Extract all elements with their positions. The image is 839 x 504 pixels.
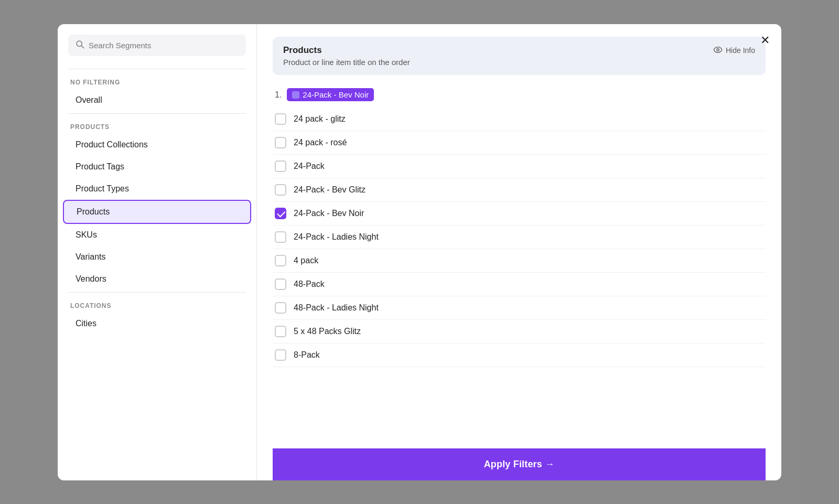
checklist-item-label: 48-Pack [294, 280, 325, 289]
eye-icon [713, 45, 723, 56]
svg-point-0 [77, 41, 82, 46]
selected-tags-row: 1. 24-Pack - Bev Noir [273, 85, 766, 104]
checklist-item[interactable]: 8-Pack [273, 344, 766, 367]
checklist-item-label: 4 pack [294, 256, 318, 265]
checklist-item[interactable]: 4 pack [273, 249, 766, 273]
checklist-item-label: 24-Pack - Bev Glitz [294, 185, 365, 195]
modal-footer: Apply Filters → [273, 448, 766, 480]
checklist-item[interactable]: 24-Pack [273, 155, 766, 178]
checklist-item[interactable]: 24-Pack - Bev Glitz [273, 178, 766, 202]
no-filtering-label: NO FILTERING [58, 71, 256, 89]
chip-color-swatch [292, 91, 299, 99]
search-icon [76, 40, 84, 51]
checklist: 24 pack - glitz24 pack - rosé24-Pack24-P… [273, 108, 766, 448]
checkbox-item-4[interactable] [275, 184, 286, 196]
svg-point-3 [717, 48, 719, 51]
modal-body: NO FILTERING Overall PRODUCTS Product Co… [58, 24, 781, 480]
sidebar-item-product-types[interactable]: Product Types [63, 178, 251, 200]
hide-info-button[interactable]: Hide Info [713, 45, 755, 56]
checklist-item-label: 5 x 48 Packs Glitz [294, 327, 361, 336]
checkbox-item-9[interactable] [275, 302, 286, 314]
checkbox-item-2[interactable] [275, 137, 286, 148]
filter-subtitle: Product or line item title on the order [283, 58, 410, 67]
sidebar-divider-locations [68, 292, 246, 293]
modal-overlay: ✕ NO FILTERING Overall [0, 0, 839, 504]
chip-label: 24-Pack - Bev Noir [303, 90, 369, 99]
checklist-item-label: 24-Pack [294, 162, 325, 171]
checklist-item[interactable]: 24-Pack - Ladies Night [273, 226, 766, 249]
checkbox-item-3[interactable] [275, 160, 286, 172]
search-input[interactable] [89, 41, 239, 50]
svg-line-1 [81, 46, 84, 48]
svg-point-2 [714, 47, 722, 52]
modal-container: ✕ NO FILTERING Overall [58, 24, 781, 480]
checklist-item-label: 24 pack - glitz [294, 114, 346, 124]
checklist-item[interactable]: 48-Pack - Ladies Night [273, 296, 766, 320]
checklist-item-label: 48-Pack - Ladies Night [294, 303, 379, 313]
checklist-item[interactable]: 24-Pack - Bev Noir [273, 202, 766, 226]
sidebar-item-vendors[interactable]: Vendors [63, 268, 251, 290]
main-content: Products Product or line item title on t… [257, 24, 781, 480]
filter-header: Products Product or line item title on t… [273, 37, 766, 75]
locations-section-label: LOCATIONS [58, 295, 256, 313]
selected-tag-number: 1. [275, 90, 282, 100]
filter-title: Products [283, 45, 410, 56]
checklist-item[interactable]: 5 x 48 Packs Glitz [273, 320, 766, 344]
apply-filters-button[interactable]: Apply Filters → [273, 448, 766, 480]
checkbox-item-1[interactable] [275, 113, 286, 125]
checklist-item[interactable]: 48-Pack [273, 273, 766, 296]
sidebar-item-skus[interactable]: SKUs [63, 224, 251, 246]
sidebar: NO FILTERING Overall PRODUCTS Product Co… [58, 24, 257, 480]
sidebar-item-cities[interactable]: Cities [63, 313, 251, 335]
selected-tag-chip: 24-Pack - Bev Noir [287, 88, 374, 101]
checkbox-item-6[interactable] [275, 231, 286, 243]
sidebar-item-overall[interactable]: Overall [63, 89, 251, 111]
sidebar-item-product-collections[interactable]: Product Collections [63, 134, 251, 156]
sidebar-divider-products [68, 113, 246, 114]
close-button[interactable]: ✕ [760, 34, 770, 47]
sidebar-item-product-tags[interactable]: Product Tags [63, 156, 251, 178]
sidebar-item-products[interactable]: Products [63, 200, 251, 224]
products-section-label: PRODUCTS [58, 116, 256, 134]
checklist-item-label: 8-Pack [294, 350, 320, 360]
checklist-item-label: 24 pack - rosé [294, 138, 347, 147]
checklist-item[interactable]: 24 pack - glitz [273, 108, 766, 131]
checklist-item-label: 24-Pack - Bev Noir [294, 209, 364, 218]
checklist-item-label: 24-Pack - Ladies Night [294, 232, 379, 242]
checkbox-item-5[interactable] [275, 208, 286, 219]
hide-info-label: Hide Info [726, 46, 755, 55]
checkbox-item-8[interactable] [275, 278, 286, 290]
checkbox-item-11[interactable] [275, 349, 286, 361]
sidebar-divider-top [68, 69, 246, 69]
checkbox-item-7[interactable] [275, 255, 286, 266]
search-box [68, 35, 246, 56]
checkbox-item-10[interactable] [275, 326, 286, 337]
checklist-item[interactable]: 24 pack - rosé [273, 131, 766, 155]
sidebar-item-variants[interactable]: Variants [63, 246, 251, 268]
filter-header-left: Products Product or line item title on t… [283, 45, 410, 67]
